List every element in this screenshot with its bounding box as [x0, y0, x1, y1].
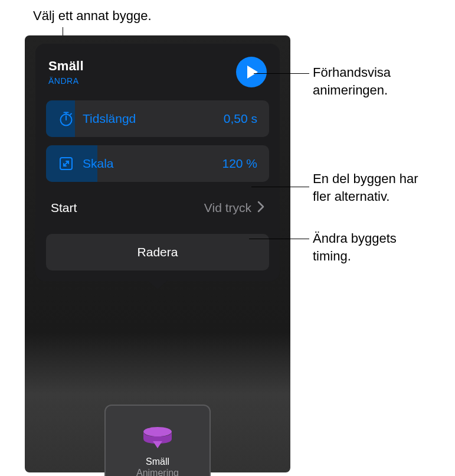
duration-value: 0,50 s [224, 112, 257, 126]
delete-button[interactable]: Radera [46, 234, 269, 270]
preview-play-button[interactable] [236, 57, 267, 87]
thumbnail-subtitle: Animering [136, 468, 179, 477]
callout-options: En del byggen har fler alternativ. [313, 170, 418, 205]
svg-point-6 [143, 427, 172, 436]
callout-preview: Förhandsvisa animeringen. [313, 64, 391, 99]
animation-popover: Smäll ÄNDRA Tidslän [35, 44, 280, 281]
callout-choose-build: Välj ett annat bygge. [33, 7, 152, 25]
start-row[interactable]: Start Vid tryck [46, 190, 269, 226]
popover-tail [147, 280, 168, 289]
popover-header: Smäll ÄNDRA [46, 57, 269, 87]
start-label: Start [51, 201, 204, 215]
chevron-right-icon [257, 201, 264, 215]
outer-container: Smäll ÄNDRA Tidslän [25, 35, 290, 472]
start-value: Vid tryck [204, 201, 251, 215]
thumbnail-title: Smäll [146, 457, 169, 467]
callout-line [254, 73, 309, 74]
duration-label: Tidslängd [83, 112, 224, 126]
svg-line-4 [70, 114, 71, 115]
change-link[interactable]: ÄNDRA [48, 76, 84, 86]
scale-value: 120 % [222, 157, 257, 171]
scale-label: Skala [83, 157, 222, 171]
shape-icon [141, 423, 174, 448]
animation-thumbnail-card[interactable]: Smäll Animering [106, 406, 210, 476]
stopwatch-icon [58, 110, 74, 127]
duration-row[interactable]: Tidslängd 0,50 s [46, 100, 269, 137]
header-text: Smäll ÄNDRA [48, 58, 84, 86]
animation-title: Smäll [48, 58, 84, 74]
play-icon [247, 66, 258, 79]
callout-line [251, 187, 309, 187]
callout-line [249, 239, 309, 239]
scale-row[interactable]: Skala 120 % [46, 145, 269, 182]
scale-icon [58, 155, 74, 172]
callout-timing: Ändra byggets timing. [313, 230, 397, 265]
